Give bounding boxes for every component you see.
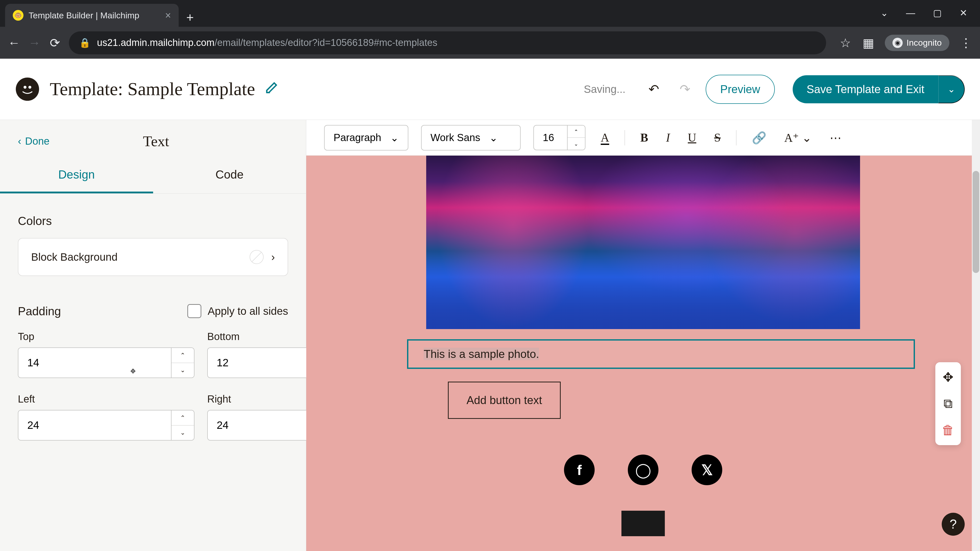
font-size-stepper[interactable]: 16 ⌃ ⌄ [533, 125, 585, 150]
duplicate-block-button[interactable]: ⧉ [942, 396, 955, 411]
email-canvas[interactable]: This is a sample photo. Add button text … [306, 156, 980, 551]
font-family-dropdown[interactable]: Work Sans ⌄ [421, 125, 520, 151]
text-style-button[interactable]: A⁺ ⌄ [782, 128, 815, 147]
mailchimp-favicon-icon: 🐵 [13, 10, 24, 21]
done-button[interactable]: ‹ Done [18, 135, 49, 147]
apply-all-sides-label: Apply to all sides [208, 305, 288, 318]
save-dropdown-button[interactable]: ⌄ [939, 75, 965, 103]
padding-left-decrement[interactable]: ⌄ [172, 426, 194, 440]
paragraph-style-dropdown[interactable]: Paragraph ⌄ [324, 125, 408, 151]
template-title: Template: Sample Template [50, 79, 255, 100]
svg-point-2 [28, 86, 31, 89]
svg-point-1 [24, 86, 26, 89]
facebook-icon[interactable]: f [564, 454, 595, 485]
padding-left-increment[interactable]: ⌃ [172, 410, 194, 426]
block-background-label: Block Background [31, 251, 242, 263]
app-header: Template: Sample Template Saving... ↶ ↷ … [0, 59, 980, 120]
more-toolbar-button[interactable]: ⋯ [827, 128, 844, 147]
italic-button[interactable]: I [663, 128, 673, 147]
strikethrough-button[interactable]: S [711, 128, 723, 147]
font-size-increment[interactable]: ⌃ [568, 125, 585, 138]
browser-menu-icon[interactable]: ⋮ [959, 36, 972, 50]
chevron-right-icon: › [271, 251, 275, 263]
tab-search-icon[interactable]: ⌄ [880, 8, 888, 18]
underline-button[interactable]: U [685, 128, 699, 147]
tab-design[interactable]: Design [0, 157, 153, 193]
forward-button: → [28, 36, 41, 50]
padding-section-title: Padding [18, 304, 61, 318]
padding-top-decrement[interactable]: ⌄ [172, 363, 194, 378]
bookmark-icon[interactable]: ☆ [839, 36, 852, 50]
font-size-value[interactable]: 16 [534, 125, 567, 150]
text-toolbar: Paragraph ⌄ Work Sans ⌄ 16 ⌃ ⌄ A B I U S… [306, 120, 980, 156]
window-maximize-icon[interactable]: ▢ [933, 8, 942, 18]
mailchimp-logo-icon[interactable] [15, 77, 40, 101]
address-bar[interactable]: 🔒 us21.admin.mailchimp.com/email/templat… [69, 32, 826, 54]
block-actions-panel: ✥ ⧉ 🗑 [935, 362, 961, 445]
tab-close-icon[interactable]: × [165, 10, 171, 21]
colors-section-title: Colors [18, 214, 288, 228]
sidebar-tabs: Design Code [0, 157, 306, 194]
instagram-icon[interactable]: ◯ [628, 454, 659, 485]
hero-image-block[interactable] [426, 156, 860, 329]
url-text: us21.admin.mailchimp.com/email/templates… [97, 37, 438, 48]
tab-code[interactable]: Code [153, 157, 306, 193]
incognito-icon: ◉ [892, 38, 903, 48]
svg-point-0 [16, 78, 39, 101]
x-twitter-icon[interactable]: 𝕏 [692, 454, 722, 485]
text-block-content[interactable]: This is a sample photo. [424, 348, 539, 360]
padding-top-increment[interactable]: ⌃ [172, 348, 194, 363]
sidebar-title: Text [49, 133, 262, 150]
social-icons-row: f ◯ 𝕏 [407, 454, 879, 485]
save-template-button[interactable]: Save Template and Exit [793, 75, 939, 103]
browser-tab-strip: 🐵 Template Builder | Mailchimp × + ⌄ — ▢… [0, 0, 980, 27]
apply-all-sides-checkbox[interactable] [187, 304, 201, 318]
help-button[interactable]: ? [942, 513, 965, 536]
design-sidebar: ‹ Done Text Design Code Colors Block Bac… [0, 120, 306, 551]
delete-block-button[interactable]: 🗑 [942, 423, 955, 437]
undo-button[interactable]: ↶ [643, 77, 664, 102]
window-minimize-icon[interactable]: — [906, 8, 915, 18]
link-button[interactable]: 🔗 [749, 128, 769, 147]
browser-tab[interactable]: 🐵 Template Builder | Mailchimp × [5, 4, 179, 27]
bold-button[interactable]: B [638, 128, 651, 147]
block-background-row[interactable]: Block Background › [18, 238, 288, 276]
chevron-down-icon: ⌄ [390, 132, 399, 144]
color-swatch-none-icon [250, 250, 264, 264]
scrollbar-thumb[interactable] [973, 171, 979, 273]
preview-button[interactable]: Preview [706, 75, 775, 104]
padding-top-label: Top [18, 331, 194, 342]
browser-toolbar: ← → ⟳ 🔒 us21.admin.mailchimp.com/email/t… [0, 27, 980, 59]
window-close-icon[interactable]: ✕ [959, 8, 967, 18]
edit-title-button[interactable] [265, 81, 278, 97]
chevron-left-icon: ‹ [18, 135, 21, 147]
text-color-button[interactable]: A [598, 128, 612, 147]
text-block-selected[interactable]: This is a sample photo. [407, 339, 915, 369]
incognito-badge: ◉ Incognito [885, 35, 950, 51]
padding-top-input[interactable] [18, 348, 171, 378]
footer-logo-block[interactable] [621, 511, 665, 536]
back-button[interactable]: ← [8, 36, 21, 50]
padding-left-input[interactable] [18, 410, 171, 440]
font-size-decrement[interactable]: ⌄ [568, 138, 585, 150]
tab-title: Template Builder | Mailchimp [29, 11, 160, 21]
reload-button[interactable]: ⟳ [48, 36, 61, 50]
save-status: Saving... [584, 83, 625, 95]
chevron-down-icon: ⌄ [489, 132, 498, 144]
new-tab-button[interactable]: + [186, 10, 194, 25]
padding-left-label: Left [18, 393, 194, 405]
canvas-area: Paragraph ⌄ Work Sans ⌄ 16 ⌃ ⌄ A B I U S… [306, 120, 980, 551]
canvas-scrollbar[interactable] [972, 120, 980, 551]
lock-icon: 🔒 [79, 38, 91, 48]
move-block-button[interactable]: ✥ [942, 370, 955, 385]
button-block[interactable]: Add button text [448, 382, 561, 419]
redo-button: ↷ [675, 77, 695, 102]
extensions-icon[interactable]: ▦ [862, 36, 875, 50]
